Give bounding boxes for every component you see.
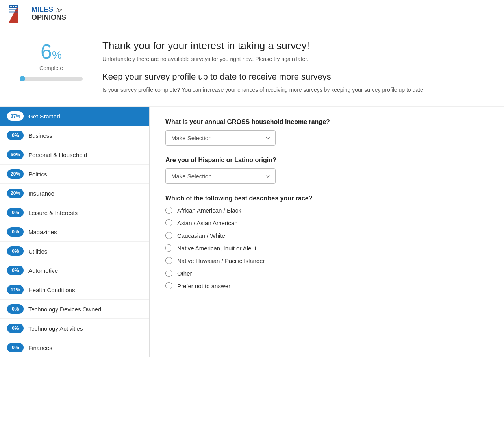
header: MILES for OPINIONS: [0, 0, 504, 28]
top-section: 6% Complete Thank you for your interest …: [0, 28, 504, 107]
logo-opinions: OPINIONS: [32, 14, 66, 22]
q1-label: What is your annual GROSS household inco…: [165, 118, 488, 126]
right-panel: What is your annual GROSS household inco…: [150, 107, 504, 357]
race-option-5[interactable]: Other: [165, 270, 488, 277]
sidebar-label-get-started: Get Started: [28, 113, 60, 120]
race-label-1: Asian / Asian American: [177, 220, 237, 226]
badge-health: 11%: [7, 285, 24, 294]
badge-automotive: 0%: [7, 266, 24, 275]
sidebar-item-magazines[interactable]: 0%Magazines: [0, 222, 149, 242]
logo-text: MILES for OPINIONS: [32, 6, 66, 22]
sidebar-item-politics[interactable]: 20%Politics: [0, 165, 149, 184]
badge-get-started: 37%: [7, 111, 24, 121]
race-options: African American / BlackAsian / Asian Am…: [165, 207, 488, 289]
race-radio-6[interactable]: [165, 282, 172, 289]
sidebar-label-business: Business: [28, 132, 52, 139]
main-layout: 37%Get Started0%Business50%Personal & Ho…: [0, 107, 504, 357]
sidebar-label-insurance: Insurance: [28, 190, 54, 197]
race-label-6: Prefer not to answer: [177, 283, 230, 289]
sidebar-item-tech-devices[interactable]: 0%Technology Devices Owned: [0, 300, 149, 319]
sidebar-label-automotive: Automotive: [28, 267, 58, 274]
badge-magazines: 0%: [7, 227, 24, 237]
progress-container: 6% Complete: [16, 40, 87, 81]
sidebar-label-magazines: Magazines: [28, 229, 57, 235]
race-option-1[interactable]: Asian / Asian American: [165, 219, 488, 226]
question-income: What is your annual GROSS household inco…: [165, 118, 488, 146]
race-label-3: Native American, Inuit or Aleut: [177, 245, 256, 252]
progress-percent: 6%: [41, 40, 62, 63]
race-option-6[interactable]: Prefer not to answer: [165, 282, 488, 289]
sidebar-label-personal-household: Personal & Household: [28, 152, 87, 158]
sidebar-label-leisure: Leisure & Interests: [28, 209, 78, 216]
sidebar-item-automotive[interactable]: 0%Automotive: [0, 261, 149, 280]
race-option-3[interactable]: Native American, Inuit or Aleut: [165, 244, 488, 252]
sidebar-label-politics: Politics: [28, 171, 47, 178]
svg-rect-3: [9, 9, 18, 10]
race-radio-5[interactable]: [165, 270, 172, 277]
badge-personal-household: 50%: [7, 150, 24, 159]
sidebar-item-get-started[interactable]: 37%Get Started: [0, 107, 149, 126]
badge-politics: 20%: [7, 169, 24, 179]
badge-utilities: 0%: [7, 246, 24, 256]
sidebar-item-personal-household[interactable]: 50%Personal & Household: [0, 145, 149, 165]
logo-for: for: [56, 7, 62, 13]
svg-point-6: [13, 6, 14, 7]
race-radio-4[interactable]: [165, 257, 172, 264]
badge-tech-activities: 0%: [7, 324, 24, 333]
sidebar-label-health: Health Conditions: [28, 287, 75, 293]
badge-insurance: 20%: [7, 189, 24, 198]
progress-number: 6: [41, 40, 52, 63]
race-label-0: African American / Black: [177, 207, 241, 214]
race-radio-1[interactable]: [165, 219, 172, 226]
sidebar-item-health[interactable]: 11%Health Conditions: [0, 280, 149, 300]
race-radio-0[interactable]: [165, 207, 172, 214]
badge-finances: 0%: [7, 343, 24, 352]
progress-label: Complete: [39, 65, 63, 71]
q3-label: Which of the following best describes yo…: [165, 195, 488, 202]
svg-point-7: [15, 6, 17, 7]
thank-you-title: Thank you for your interest in taking a …: [102, 40, 488, 52]
sidebar-item-utilities[interactable]: 0%Utilities: [0, 242, 149, 261]
keep-profile-title: Keep your survey profile up to date to r…: [102, 72, 488, 82]
question-race: Which of the following best describes yo…: [165, 195, 488, 289]
sidebar-label-tech-activities: Technology Activities: [28, 325, 83, 332]
progress-bar: [20, 77, 83, 81]
race-option-2[interactable]: Caucasian / White: [165, 232, 488, 239]
sidebar-label-tech-devices: Technology Devices Owned: [28, 306, 101, 313]
progress-symbol: %: [52, 49, 62, 61]
sidebar-item-business[interactable]: 0%Business: [0, 126, 149, 145]
logo-icon: [8, 4, 28, 24]
badge-tech-devices: 0%: [7, 304, 24, 314]
sidebar: 37%Get Started0%Business50%Personal & Ho…: [0, 107, 150, 357]
svg-rect-4: [9, 11, 18, 13]
logo-miles: MILES: [32, 6, 53, 13]
no-surveys-text: Unfortunately there are no available sur…: [102, 56, 488, 62]
race-label-5: Other: [177, 270, 192, 277]
sidebar-item-leisure[interactable]: 0%Leisure & Interests: [0, 203, 149, 222]
sidebar-item-tech-activities[interactable]: 0%Technology Activities: [0, 319, 149, 338]
logo[interactable]: MILES for OPINIONS: [8, 4, 66, 24]
hispanic-select[interactable]: Make Selection Yes No Prefer not to answ…: [165, 168, 276, 184]
sidebar-label-finances: Finances: [28, 344, 52, 351]
race-label-4: Native Hawaiian / Pacific Islander: [177, 257, 265, 264]
race-radio-2[interactable]: [165, 232, 172, 239]
race-option-0[interactable]: African American / Black: [165, 207, 488, 214]
question-hispanic: Are you of Hispanic or Latino origin? Ma…: [165, 157, 488, 184]
svg-point-5: [10, 6, 12, 7]
sidebar-item-insurance[interactable]: 20%Insurance: [0, 184, 149, 203]
income-select[interactable]: Make Selection Under $10,000 $10,000 - $…: [165, 130, 276, 146]
sidebar-item-finances[interactable]: 0%Finances: [0, 338, 149, 357]
race-label-2: Caucasian / White: [177, 232, 225, 239]
q2-label: Are you of Hispanic or Latino origin?: [165, 157, 488, 164]
profile-text: Is your survey profile complete? You can…: [102, 86, 488, 94]
badge-leisure: 0%: [7, 208, 24, 217]
race-radio-3[interactable]: [165, 244, 172, 252]
race-option-4[interactable]: Native Hawaiian / Pacific Islander: [165, 257, 488, 264]
progress-dot: [20, 76, 25, 81]
top-content: Thank you for your interest in taking a …: [102, 40, 488, 94]
badge-business: 0%: [7, 131, 24, 140]
sidebar-label-utilities: Utilities: [28, 248, 47, 255]
